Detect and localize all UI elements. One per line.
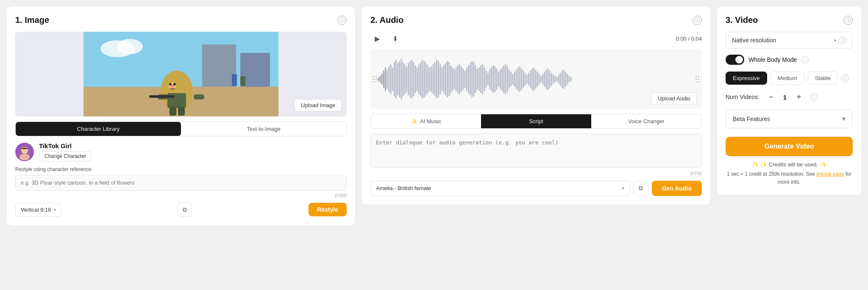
svg-rect-23 <box>378 77 379 81</box>
svg-rect-101 <box>516 69 517 89</box>
svg-rect-121 <box>551 73 552 86</box>
mode-info-icon[interactable]: ⓘ <box>841 75 849 82</box>
svg-rect-117 <box>544 72 545 87</box>
resolution-info-icon[interactable]: ⓘ <box>839 36 846 44</box>
toggle-knob <box>735 56 743 64</box>
voice-select[interactable]: Amelia - British female ▾ <box>370 180 630 196</box>
svg-rect-86 <box>489 69 490 89</box>
voice-copy-button[interactable]: ⧉ <box>633 181 648 196</box>
aspect-ratio-select[interactable]: Vertical 9:16 ▾ <box>15 203 61 217</box>
num-videos-plus[interactable]: + <box>793 91 804 102</box>
waveform-dots-right <box>696 76 699 83</box>
copy-button[interactable]: ⧉ <box>178 202 192 217</box>
credits-info: ✨ ✨ Credits will be used. ✨ 1 sec = 1 cr… <box>726 160 853 186</box>
svg-rect-58 <box>440 64 441 94</box>
svg-rect-15 <box>170 107 176 116</box>
download-button[interactable]: ⬇ <box>388 32 402 45</box>
tab-text-to-image[interactable]: Text-to-Image <box>181 122 346 136</box>
svg-rect-99 <box>512 74 513 85</box>
pricing-link[interactable]: pricing page <box>816 171 844 177</box>
image-tab-bar: Character Library Text-to-Image <box>15 122 347 136</box>
tab-script[interactable]: Script <box>481 114 591 128</box>
svg-rect-32 <box>394 62 395 97</box>
svg-rect-73 <box>466 67 467 91</box>
svg-rect-114 <box>539 74 540 85</box>
audio-time: 0:00 / 0:04 <box>676 36 702 42</box>
mode-stable[interactable]: Stable <box>808 72 838 85</box>
sparkle-icon: ✨ <box>411 118 417 124</box>
svg-rect-112 <box>535 69 536 89</box>
voice-chevron: ▾ <box>622 186 624 191</box>
sparkle-left: ✨ <box>752 161 759 168</box>
voice-copy-icon: ⧉ <box>639 185 643 192</box>
credits-line1: ✨ ✨ Credits will be used. ✨ <box>726 160 853 169</box>
svg-rect-72 <box>465 71 466 88</box>
waveform-container: Upload Audio <box>370 50 702 109</box>
play-button[interactable]: ▶ <box>370 32 384 45</box>
script-textarea[interactable] <box>370 134 702 168</box>
svg-rect-96 <box>507 66 508 92</box>
svg-rect-45 <box>417 67 418 91</box>
svg-rect-104 <box>521 69 522 90</box>
svg-rect-118 <box>545 69 547 89</box>
svg-rect-92 <box>500 69 501 89</box>
generate-video-button[interactable]: Generate Video <box>726 137 853 156</box>
svg-rect-127 <box>562 71 563 88</box>
beta-features-chevron: ▾ <box>842 115 846 123</box>
mode-expressive[interactable]: Expressive <box>726 72 767 85</box>
restyle-button[interactable]: Restyle <box>309 203 347 216</box>
svg-rect-51 <box>427 65 428 93</box>
svg-rect-57 <box>438 61 439 98</box>
svg-rect-16 <box>178 107 185 116</box>
svg-rect-75 <box>470 63 471 96</box>
svg-rect-88 <box>492 65 494 93</box>
aspect-ratio-chevron: ▾ <box>54 207 56 212</box>
whole-body-toggle[interactable] <box>726 55 744 65</box>
beta-features-row[interactable]: Beta Features ▾ <box>726 109 853 128</box>
svg-rect-94 <box>503 65 504 93</box>
svg-rect-48 <box>422 60 423 99</box>
resolution-select[interactable]: Native resolution ▾ ⓘ <box>726 32 853 49</box>
svg-rect-81 <box>480 65 481 93</box>
svg-rect-64 <box>450 65 451 93</box>
svg-rect-108 <box>528 73 529 86</box>
restyle-input[interactable] <box>15 175 347 191</box>
svg-rect-126 <box>560 73 561 86</box>
image-panel: 1. Image ⓘ <box>7 7 355 225</box>
svg-rect-128 <box>563 69 565 89</box>
svg-rect-44 <box>415 65 416 93</box>
audio-tab-bar: ✨ AI Music Script Voice Changer <box>370 114 702 129</box>
resolution-chevron: ▾ <box>834 38 836 43</box>
gen-audio-button[interactable]: Gen Audio <box>652 181 702 196</box>
image-info-icon[interactable]: ⓘ <box>337 16 347 25</box>
svg-rect-55 <box>434 62 436 97</box>
change-character-button[interactable]: Change Character <box>39 151 92 161</box>
svg-rect-61 <box>445 63 446 96</box>
num-videos-minus[interactable]: − <box>765 91 776 102</box>
svg-rect-87 <box>491 67 492 91</box>
upload-image-button[interactable]: Upload Image <box>295 99 342 111</box>
waveform-svg <box>377 54 695 105</box>
svg-rect-107 <box>526 75 528 83</box>
character-name: TikTok Girl <box>39 142 92 149</box>
audio-info-icon[interactable]: ⓘ <box>693 16 702 25</box>
tab-voice-changer[interactable]: Voice Changer <box>591 114 701 128</box>
svg-rect-130 <box>567 74 568 85</box>
svg-rect-38 <box>404 64 406 94</box>
svg-point-21 <box>19 154 30 160</box>
upload-audio-button[interactable]: Upload Audio <box>651 92 697 105</box>
num-videos-info-icon[interactable]: ⓘ <box>810 93 818 101</box>
svg-rect-122 <box>553 75 554 83</box>
svg-rect-70 <box>461 66 462 92</box>
mode-medium[interactable]: Medium <box>771 72 804 85</box>
whole-body-info-icon[interactable]: ⓘ <box>801 56 809 64</box>
aspect-ratio-value: Vertical 9:16 <box>21 207 51 213</box>
video-info-icon[interactable]: ⓘ <box>843 16 853 25</box>
svg-rect-49 <box>424 61 425 98</box>
num-videos-row: Num Videos: − 1 + ⓘ <box>726 91 853 102</box>
tab-ai-music[interactable]: ✨ AI Music <box>371 114 481 128</box>
svg-rect-59 <box>441 67 442 91</box>
tab-character-library[interactable]: Character Library <box>16 122 181 136</box>
svg-point-2 <box>117 39 143 54</box>
restyle-char-count: 0/300 <box>15 193 347 198</box>
